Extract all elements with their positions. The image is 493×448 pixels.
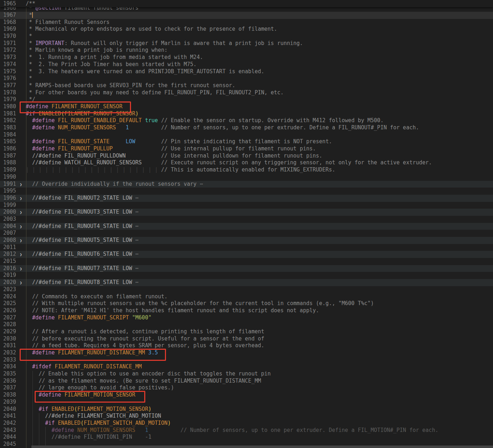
line-number: 2039 xyxy=(0,399,16,406)
gutter: 2024 xyxy=(0,293,26,300)
code-text xyxy=(26,399,493,406)
code-line: 1990 xyxy=(0,174,493,181)
code-text xyxy=(26,131,493,139)
gutter: 2020❯ xyxy=(0,279,26,286)
code-line: 2035 // Enable this option to use an enc… xyxy=(0,370,493,378)
code-line: 2033 xyxy=(0,357,493,364)
code-line: 1968 * Filament Runout Sensors xyxy=(0,19,493,26)
code-line: 1999 xyxy=(0,202,493,209)
code-line: 2036 // as the filament moves. (Be sure … xyxy=(0,378,493,385)
line-number: 1982 xyxy=(0,117,16,124)
gutter: 1965 xyxy=(0,0,26,7)
sticky-scroll-header[interactable]: 1965/** xyxy=(0,0,493,7)
line-number: 1979 xyxy=(0,96,16,103)
gutter: 2034 xyxy=(0,363,26,370)
code-text: #define FIL_RUNOUT_PULLUP // Use interna… xyxy=(26,145,493,153)
code-text: * Filament Runout Sensors xyxy=(26,19,493,26)
code-line: 2039 xyxy=(0,399,493,406)
gutter: 2011 xyxy=(0,244,26,251)
line-number: 1965 xyxy=(0,0,16,7)
gutter: 2040 xyxy=(0,406,26,413)
gutter: 2026 xyxy=(0,307,26,314)
code-text xyxy=(26,357,493,364)
gutter: 2036 xyxy=(0,378,26,385)
code-line: 1969 * Mechanical or opto endstops are u… xyxy=(0,26,493,33)
line-number: 1967 xyxy=(0,12,16,19)
line-number: 1972 xyxy=(0,47,16,54)
code-text: // Commands to execute on filament runou… xyxy=(26,293,493,300)
gutter: 2019 xyxy=(0,272,26,279)
code-text: * Mechanical or opto endstops are used t… xyxy=(26,26,493,33)
code-line: 2034 #ifdef FILAMENT_RUNOUT_DISTANCE_MM xyxy=(0,363,493,370)
fold-chevron-icon[interactable]: ❯ xyxy=(20,210,22,215)
gutter: 1999 xyxy=(0,202,26,209)
line-number: 1983 xyxy=(0,124,16,131)
fold-chevron-icon[interactable]: ❯ xyxy=(20,267,22,271)
clipped-line-wrap: 1966 * @section filament runout sensors xyxy=(0,7,493,12)
fold-chevron-icon[interactable]: ❯ xyxy=(20,280,22,285)
code-text: //#define FIL_RUNOUT8_STATE LOW ⋯ xyxy=(26,279,493,286)
gutter: 2000❯ xyxy=(0,209,26,216)
line-number: 2026 xyxy=(0,307,16,314)
code-text: #define NUM_RUNOUT_SENSORS 1 // Number o… xyxy=(26,124,493,131)
code-line: 1972 * Marlin knows a print job is runni… xyxy=(0,47,493,54)
code-line: 2030 // before executing the runout scri… xyxy=(0,335,493,343)
code-text: //#define FIL_RUNOUT7_STATE LOW ⋯ xyxy=(26,265,493,272)
code-text: #define FIL_RUNOUT_STATE LOW // Pin stat… xyxy=(26,138,493,145)
line-number: 2035 xyxy=(0,370,16,378)
line-number: 1996 xyxy=(0,195,16,202)
fold-chevron-icon[interactable]: ❯ xyxy=(20,224,22,229)
horizontal-scrollbar[interactable] xyxy=(31,445,493,448)
code-text xyxy=(26,216,493,223)
line-number: 2023 xyxy=(0,286,16,293)
code-line: 2025 // With multiple runout sensors use… xyxy=(0,300,493,307)
gutter: 1986 xyxy=(0,145,26,153)
code-line: 1965/** xyxy=(0,0,493,7)
code-text: #define FILAMENT_RUNOUT_SENSOR xyxy=(26,103,493,110)
code-line: 2042 #if ENABLED(FILAMENT_SWITCH_AND_MOT… xyxy=(0,420,493,427)
gutter: 2039 xyxy=(0,399,26,406)
fold-chevron-icon[interactable]: ❯ xyxy=(20,182,22,187)
line-number: 2025 xyxy=(0,300,16,307)
code-text xyxy=(26,321,493,328)
code-line: 1971 * IMPORTANT: Runout will only trigg… xyxy=(0,40,493,47)
fold-chevron-icon[interactable]: ❯ xyxy=(20,252,22,257)
code-line: 2027 #define FILAMENT_RUNOUT_SCRIPT "M60… xyxy=(0,314,493,322)
line-number: 1978 xyxy=(0,89,16,96)
gutter: 2041 xyxy=(0,413,26,420)
gutter: 2042 xyxy=(0,420,26,427)
code-text: #define NUM_MOTION_SENSORS 1 // Number o… xyxy=(26,427,493,434)
line-number: 2036 xyxy=(0,378,16,385)
code-line: 1977 * RAMPS-based boards use SERVO3_PIN… xyxy=(0,82,493,89)
text-cursor xyxy=(32,12,33,18)
code-text: * Marlin knows a print job is running wh… xyxy=(26,47,493,54)
code-text: * IMPORTANT: Runout will only trigger if… xyxy=(26,40,493,47)
line-number: 2027 xyxy=(0,314,16,322)
fold-chevron-icon[interactable]: ❯ xyxy=(20,196,22,201)
code-line: 1974 * 2. The Print Job Timer has been s… xyxy=(0,61,493,68)
line-number: 1995 xyxy=(0,188,16,195)
fold-chevron-icon[interactable]: ❯ xyxy=(20,238,22,243)
code-editor: 1966 * @section filament runout sensors … xyxy=(0,0,493,448)
code-line: 1987 //#define FIL_RUNOUT_PULLDOWN // Us… xyxy=(0,153,493,160)
code-line: 2000❯ //#define FIL_RUNOUT3_STATE LOW ⋯ xyxy=(0,209,493,216)
code-line: 1989| | | | | | | | | | | | | | | | | | … xyxy=(0,166,493,174)
gutter: 2012❯ xyxy=(0,251,26,258)
line-number: 1988 xyxy=(0,159,16,166)
gutter: 2044 xyxy=(0,434,26,441)
code-text: #define FILAMENT_RUNOUT_SCRIPT "M600" xyxy=(26,314,493,322)
code-text: // before executing the runout script. U… xyxy=(26,335,493,343)
line-number: 1981 xyxy=(0,110,16,118)
gutter: 2007 xyxy=(0,230,26,237)
code-text xyxy=(26,230,493,237)
code-line: 2020❯ //#define FIL_RUNOUT8_STATE LOW ⋯ xyxy=(0,279,493,286)
line-number: 2015 xyxy=(0,258,16,265)
gutter: 1976 xyxy=(0,75,26,82)
line-number: 1989 xyxy=(0,166,16,174)
line-number: 2020 xyxy=(0,279,16,286)
line-number: 1976 xyxy=(0,75,16,82)
code-text: #define FILAMENT_MOTION_SENSOR xyxy=(26,392,493,399)
code-text: * @section filament runout sensors xyxy=(26,7,493,12)
code-line: 1970 * xyxy=(0,33,493,40)
gutter: 2004❯ xyxy=(0,223,26,230)
